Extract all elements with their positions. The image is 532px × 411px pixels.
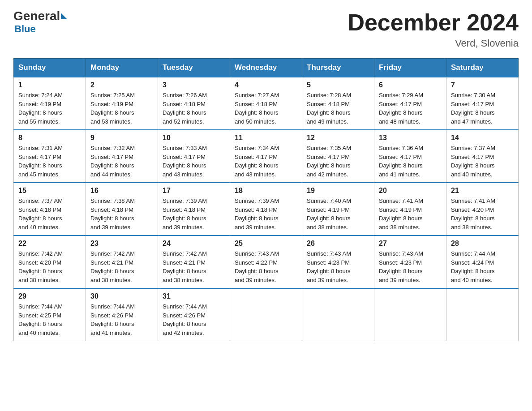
calendar-cell: 17 Sunrise: 7:39 AMSunset: 4:18 PMDaylig… [158,183,230,235]
day-number: 21 [451,187,514,195]
day-number: 5 [307,81,369,89]
day-info: Sunrise: 7:44 AMSunset: 4:26 PMDaylight:… [163,302,225,337]
calendar-cell: 6 Sunrise: 7:29 AMSunset: 4:17 PMDayligh… [374,77,446,130]
calendar-cell: 25 Sunrise: 7:43 AMSunset: 4:22 PMDaylig… [230,235,302,288]
calendar-cell: 7 Sunrise: 7:30 AMSunset: 4:17 PMDayligh… [446,77,519,130]
day-info: Sunrise: 7:31 AMSunset: 4:17 PMDaylight:… [18,144,81,179]
week-row-3: 15 Sunrise: 7:37 AMSunset: 4:18 PMDaylig… [14,183,519,235]
day-info: Sunrise: 7:29 AMSunset: 4:17 PMDaylight:… [379,91,442,126]
weekday-header-tuesday: Tuesday [158,59,230,77]
day-info: Sunrise: 7:40 AMSunset: 4:19 PMDaylight:… [307,197,369,231]
day-info: Sunrise: 7:44 AMSunset: 4:26 PMDaylight:… [90,302,153,337]
day-info: Sunrise: 7:38 AMSunset: 4:18 PMDaylight:… [90,197,153,231]
week-row-5: 29 Sunrise: 7:44 AMSunset: 4:25 PMDaylig… [14,288,519,341]
calendar-table: SundayMondayTuesdayWednesdayThursdayFrid… [13,58,519,341]
location-label: Verd, Slovenia [348,38,519,49]
day-number: 22 [18,240,81,248]
calendar-cell [230,288,302,341]
calendar-cell: 15 Sunrise: 7:37 AMSunset: 4:18 PMDaylig… [14,183,86,235]
week-row-2: 8 Sunrise: 7:31 AMSunset: 4:17 PMDayligh… [14,130,519,183]
calendar-cell: 2 Sunrise: 7:25 AMSunset: 4:19 PMDayligh… [86,77,158,130]
calendar-cell: 26 Sunrise: 7:43 AMSunset: 4:23 PMDaylig… [302,235,374,288]
calendar-cell: 18 Sunrise: 7:39 AMSunset: 4:18 PMDaylig… [230,183,302,235]
day-info: Sunrise: 7:27 AMSunset: 4:18 PMDaylight:… [235,91,297,126]
day-info: Sunrise: 7:43 AMSunset: 4:23 PMDaylight:… [307,249,369,284]
day-info: Sunrise: 7:33 AMSunset: 4:17 PMDaylight:… [163,144,225,179]
day-number: 15 [18,187,81,195]
calendar-cell: 1 Sunrise: 7:24 AMSunset: 4:19 PMDayligh… [14,77,86,130]
logo-arrow-icon [61,13,67,19]
calendar-cell: 29 Sunrise: 7:44 AMSunset: 4:25 PMDaylig… [14,288,86,341]
day-number: 11 [235,134,297,142]
day-number: 18 [235,187,297,195]
weekday-header-friday: Friday [374,59,446,77]
calendar-cell [446,288,519,341]
day-number: 12 [307,134,369,142]
day-number: 3 [163,81,225,89]
calendar-cell: 3 Sunrise: 7:26 AMSunset: 4:18 PMDayligh… [158,77,230,130]
logo: General Blue [13,9,68,35]
calendar-cell: 11 Sunrise: 7:34 AMSunset: 4:17 PMDaylig… [230,130,302,183]
calendar-cell: 19 Sunrise: 7:40 AMSunset: 4:19 PMDaylig… [302,183,374,235]
day-info: Sunrise: 7:36 AMSunset: 4:17 PMDaylight:… [379,144,442,179]
day-number: 30 [90,292,153,300]
calendar-cell: 13 Sunrise: 7:36 AMSunset: 4:17 PMDaylig… [374,130,446,183]
day-info: Sunrise: 7:24 AMSunset: 4:19 PMDaylight:… [18,91,81,126]
day-info: Sunrise: 7:44 AMSunset: 4:25 PMDaylight:… [18,302,81,337]
day-number: 24 [163,240,225,248]
weekday-header-row: SundayMondayTuesdayWednesdayThursdayFrid… [14,59,519,77]
day-number: 2 [90,81,153,89]
day-info: Sunrise: 7:41 AMSunset: 4:20 PMDaylight:… [451,197,514,231]
calendar-cell: 21 Sunrise: 7:41 AMSunset: 4:20 PMDaylig… [446,183,519,235]
calendar-cell: 8 Sunrise: 7:31 AMSunset: 4:17 PMDayligh… [14,130,86,183]
day-number: 16 [90,187,153,195]
calendar-cell: 16 Sunrise: 7:38 AMSunset: 4:18 PMDaylig… [86,183,158,235]
day-info: Sunrise: 7:42 AMSunset: 4:21 PMDaylight:… [163,249,225,284]
day-info: Sunrise: 7:42 AMSunset: 4:21 PMDaylight:… [90,249,153,284]
day-info: Sunrise: 7:37 AMSunset: 4:18 PMDaylight:… [18,197,81,231]
weekday-header-sunday: Sunday [14,59,86,77]
weekday-header-wednesday: Wednesday [230,59,302,77]
calendar-cell: 9 Sunrise: 7:32 AMSunset: 4:17 PMDayligh… [86,130,158,183]
calendar-cell: 12 Sunrise: 7:35 AMSunset: 4:17 PMDaylig… [302,130,374,183]
day-number: 28 [451,240,514,248]
day-info: Sunrise: 7:43 AMSunset: 4:22 PMDaylight:… [235,249,297,284]
calendar-cell [374,288,446,341]
day-info: Sunrise: 7:32 AMSunset: 4:17 PMDaylight:… [90,144,153,179]
day-number: 29 [18,292,81,300]
day-number: 23 [90,240,153,248]
logo-general-text: General [13,9,60,23]
weekday-header-saturday: Saturday [446,59,519,77]
day-number: 14 [451,134,514,142]
calendar-cell: 31 Sunrise: 7:44 AMSunset: 4:26 PMDaylig… [158,288,230,341]
day-number: 27 [379,240,442,248]
day-info: Sunrise: 7:39 AMSunset: 4:18 PMDaylight:… [163,197,225,231]
month-title: December 2024 [348,9,519,36]
calendar-cell: 27 Sunrise: 7:43 AMSunset: 4:23 PMDaylig… [374,235,446,288]
day-number: 17 [163,187,225,195]
day-number: 19 [307,187,369,195]
day-number: 31 [163,292,225,300]
page-header: General Blue December 2024 Verd, Sloveni… [13,9,519,49]
day-info: Sunrise: 7:25 AMSunset: 4:19 PMDaylight:… [90,91,153,126]
day-info: Sunrise: 7:30 AMSunset: 4:17 PMDaylight:… [451,91,514,126]
day-number: 20 [379,187,442,195]
day-info: Sunrise: 7:39 AMSunset: 4:18 PMDaylight:… [235,197,297,231]
day-number: 7 [451,81,514,89]
day-number: 26 [307,240,369,248]
calendar-cell: 4 Sunrise: 7:27 AMSunset: 4:18 PMDayligh… [230,77,302,130]
calendar-cell [302,288,374,341]
week-row-1: 1 Sunrise: 7:24 AMSunset: 4:19 PMDayligh… [14,77,519,130]
day-info: Sunrise: 7:35 AMSunset: 4:17 PMDaylight:… [307,144,369,179]
day-info: Sunrise: 7:34 AMSunset: 4:17 PMDaylight:… [235,144,297,179]
day-info: Sunrise: 7:42 AMSunset: 4:20 PMDaylight:… [18,249,81,284]
day-number: 1 [18,81,81,89]
day-number: 9 [90,134,153,142]
weekday-header-monday: Monday [86,59,158,77]
day-info: Sunrise: 7:44 AMSunset: 4:24 PMDaylight:… [451,249,514,284]
day-number: 8 [18,134,81,142]
day-number: 10 [163,134,225,142]
day-number: 25 [235,240,297,248]
day-info: Sunrise: 7:37 AMSunset: 4:17 PMDaylight:… [451,144,514,179]
logo-blue-text: Blue [14,23,36,35]
